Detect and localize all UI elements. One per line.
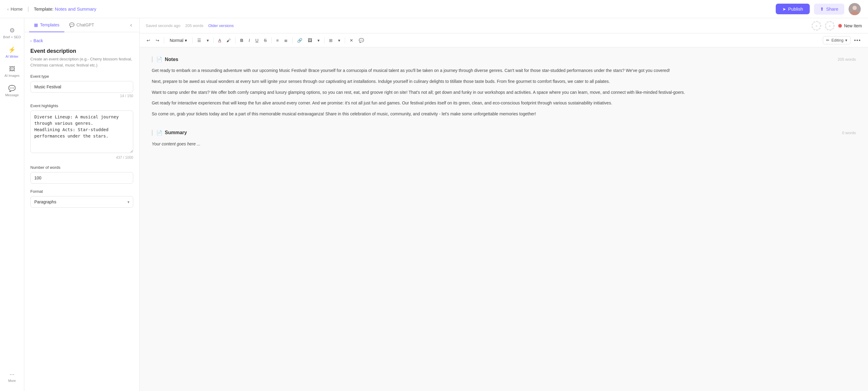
svg-text:+: + bbox=[829, 24, 831, 28]
top-bar-right: ➤ Publish ⬆ Share bbox=[776, 3, 861, 15]
top-bar: ‹ Home | Template: Notes and Summary ➤ P… bbox=[0, 0, 868, 18]
new-item-button[interactable]: New Item bbox=[838, 23, 862, 28]
clear-format-button[interactable]: ✕ bbox=[347, 36, 355, 44]
toolbar-sep-6 bbox=[292, 37, 292, 43]
notes-para-2: Next, prepare to be awed as visual wonde… bbox=[152, 78, 856, 85]
summary-title-row: 📄 Summary bbox=[156, 130, 187, 136]
older-versions-link[interactable]: Older versions bbox=[208, 23, 234, 28]
settings-icon: ⚙ bbox=[9, 27, 15, 34]
event-type-input[interactable] bbox=[30, 81, 133, 93]
publish-button[interactable]: ➤ Publish bbox=[776, 4, 810, 14]
notes-para-1: Get ready to embark on a resounding adve… bbox=[152, 67, 856, 74]
table-chevron-button[interactable]: ▾ bbox=[336, 36, 342, 44]
saved-text: Saved seconds ago bbox=[146, 23, 180, 28]
sidebar-label-more: More bbox=[8, 379, 16, 383]
notes-content: Get ready to embark on a resounding adve… bbox=[152, 67, 856, 118]
sidebar-label-ai-images: AI Images bbox=[5, 74, 20, 78]
back-chevron-icon: ‹ bbox=[30, 38, 32, 43]
event-highlights-field: Event highlights 437 / 1000 bbox=[30, 103, 133, 160]
new-item-dot bbox=[838, 24, 842, 28]
icon-sidebar: ⚙ Brief + SEO ⚡ AI Writer 🖼 AI Images 💬 … bbox=[0, 18, 24, 391]
panel: ▦ Templates 💬 ChatGPT ‹ ‹ Back Event des… bbox=[24, 18, 140, 391]
collaborator-avatar-2: + bbox=[825, 21, 835, 31]
style-dropdown-chevron-icon: ▾ bbox=[185, 38, 187, 43]
back-label: Back bbox=[33, 38, 43, 43]
summary-icon: 📄 bbox=[156, 130, 162, 136]
table-button[interactable]: ⊞ bbox=[327, 36, 335, 44]
align-chevron-button[interactable]: ▾ bbox=[205, 36, 211, 44]
tab-templates-label: Templates bbox=[40, 23, 60, 27]
editor-meta: Saved seconds ago 205 words Older versio… bbox=[146, 23, 234, 28]
editing-dropdown-button[interactable]: ✏ Editing ▾ bbox=[823, 36, 851, 44]
publish-label: Publish bbox=[788, 6, 803, 11]
summary-word-count: 0 words bbox=[842, 130, 856, 135]
more-icon: ··· bbox=[9, 371, 14, 378]
summary-title: Summary bbox=[165, 130, 187, 136]
new-item-label: New Item bbox=[844, 23, 862, 28]
word-count: 205 words bbox=[185, 23, 203, 28]
top-bar-left: ‹ Home | Template: Notes and Summary bbox=[7, 6, 96, 12]
tab-chatgpt-label: ChatGPT bbox=[76, 23, 94, 27]
lightning-icon: ⚡ bbox=[8, 46, 16, 54]
link-button[interactable]: 🔗 bbox=[295, 36, 304, 44]
panel-collapse-button[interactable]: ‹ bbox=[128, 21, 134, 29]
notes-word-count: 205 words bbox=[838, 57, 856, 62]
tab-chatgpt[interactable]: 💬 ChatGPT bbox=[64, 18, 99, 32]
undo-button[interactable]: ↩ bbox=[145, 36, 152, 44]
number-of-words-label: Number of words bbox=[30, 165, 133, 170]
toolbar-sep-2 bbox=[192, 37, 193, 43]
event-highlights-label: Event highlights bbox=[30, 103, 133, 108]
number-of-words-input[interactable] bbox=[30, 172, 133, 184]
notes-para-3: Want to camp under the stars? We offer b… bbox=[152, 89, 856, 96]
align-button[interactable]: ☰ bbox=[195, 36, 203, 44]
comment-button[interactable]: 💬 bbox=[356, 36, 366, 44]
notes-para-4: Get ready for interactive experiences th… bbox=[152, 99, 856, 107]
event-highlights-char-count: 437 / 1000 bbox=[30, 155, 133, 160]
format-label: Format bbox=[30, 189, 133, 194]
breadcrumb: Template: Notes and Summary bbox=[34, 6, 96, 11]
sidebar-item-ai-images[interactable]: 🖼 AI Images bbox=[0, 62, 24, 81]
strikethrough-button[interactable]: S bbox=[262, 36, 269, 44]
underline-button[interactable]: U bbox=[253, 36, 260, 44]
image-button[interactable]: 🖼 bbox=[306, 36, 314, 44]
sidebar-item-brief-seo[interactable]: ⚙ Brief + SEO bbox=[0, 23, 24, 42]
event-highlights-textarea[interactable] bbox=[30, 111, 133, 153]
sidebar-item-ai-writer[interactable]: ⚡ AI Writer bbox=[0, 42, 24, 62]
image-icon: 🖼 bbox=[9, 66, 15, 72]
bullet-list-button[interactable]: ≡ bbox=[274, 36, 281, 44]
notes-title-row: 📄 Notes bbox=[156, 57, 178, 62]
toolbar-more-button[interactable]: ••• bbox=[852, 36, 863, 44]
sidebar-item-more[interactable]: ··· More bbox=[0, 367, 24, 386]
ordered-list-button[interactable]: ≣ bbox=[282, 36, 290, 44]
message-icon: 💬 bbox=[8, 85, 16, 92]
sidebar-label-ai-writer: AI Writer bbox=[5, 55, 19, 58]
number-of-words-field: Number of words bbox=[30, 165, 133, 184]
image-chevron-button[interactable]: ▾ bbox=[315, 36, 322, 44]
sidebar-item-message[interactable]: 💬 Message bbox=[0, 81, 24, 100]
format-select[interactable]: Paragraphs Bullet Points Numbered List bbox=[30, 196, 133, 208]
editing-chevron-icon: ▾ bbox=[845, 38, 847, 42]
editor-area: Saved seconds ago 205 words Older versio… bbox=[140, 18, 868, 391]
toolbar-sep-5 bbox=[271, 37, 272, 43]
text-color-button[interactable]: A bbox=[216, 36, 223, 44]
bold-button[interactable]: B bbox=[238, 36, 245, 44]
sidebar-label-brief-seo: Brief + SEO bbox=[3, 35, 21, 39]
highlight-button[interactable]: 🖌 bbox=[224, 36, 233, 44]
avatar[interactable] bbox=[848, 3, 861, 15]
sidebar-label-message: Message bbox=[5, 93, 19, 97]
style-dropdown-button[interactable]: Normal ▾ bbox=[166, 36, 190, 44]
tab-templates[interactable]: ▦ Templates bbox=[29, 18, 64, 32]
redo-button[interactable]: ↪ bbox=[154, 36, 161, 44]
back-button[interactable]: ‹ Back bbox=[30, 38, 133, 43]
panel-tabs: ▦ Templates 💬 ChatGPT ‹ bbox=[24, 18, 139, 32]
notes-section: 📄 Notes 205 words Get ready to embark on… bbox=[152, 57, 856, 118]
notes-title: Notes bbox=[165, 57, 178, 62]
italic-button[interactable]: I bbox=[247, 36, 252, 44]
share-button[interactable]: ⬆ Share bbox=[814, 4, 844, 14]
event-type-field: Event type 14 / 150 bbox=[30, 74, 133, 98]
main-layout: ⚙ Brief + SEO ⚡ AI Writer 🖼 AI Images 💬 … bbox=[0, 18, 868, 391]
home-button[interactable]: ‹ Home bbox=[7, 6, 23, 11]
notes-section-header: 📄 Notes 205 words bbox=[152, 57, 856, 62]
toolbar-sep-1 bbox=[164, 37, 164, 43]
publish-icon: ➤ bbox=[782, 7, 786, 11]
